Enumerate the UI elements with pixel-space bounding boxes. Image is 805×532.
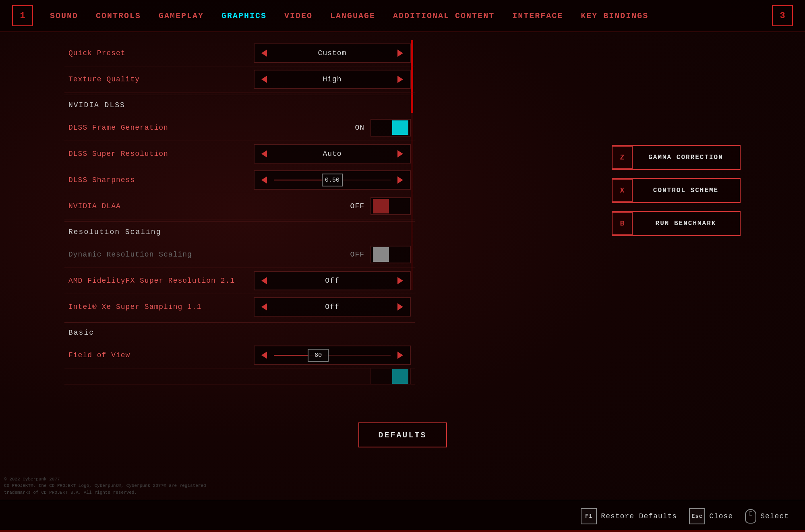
dlss-sharpness-left-arrow[interactable]: [255, 171, 274, 189]
tab-interface[interactable]: INTERFACE: [503, 11, 572, 21]
intel-xess-label: Intel® Xe Super Sampling 1.1: [68, 303, 254, 311]
tab-graphics[interactable]: GRAPHICS: [213, 11, 275, 21]
fov-slider[interactable]: 80: [254, 346, 411, 365]
resolution-scaling-title: Resolution Scaling: [68, 228, 161, 236]
bottom-red-bar: [0, 530, 805, 532]
control-scheme-button[interactable]: X CONTROL SCHEME: [612, 178, 741, 203]
left-arrow-icon: [261, 50, 267, 57]
setting-amd-fsr: AMD FidelityFX Super Resolution 2.1 Off: [64, 268, 415, 294]
toggle-thumb: [373, 247, 389, 262]
restore-defaults-label: Restore Defaults: [601, 512, 677, 520]
tab-additional-content[interactable]: ADDITIONAL CONTENT: [384, 11, 503, 21]
dlss-super-res-selector[interactable]: Auto: [254, 144, 411, 164]
mouse-button-icon: [749, 511, 752, 515]
select-label: Select: [760, 512, 789, 520]
nvidia-dlss-title: NVIDIA DLSS: [68, 101, 125, 109]
partial-toggle[interactable]: [370, 368, 411, 385]
run-benchmark-key: B: [612, 212, 633, 235]
amd-fsr-selector[interactable]: Off: [254, 271, 411, 290]
dynamic-res-toggle[interactable]: [370, 246, 411, 263]
tab-video[interactable]: VIDEO: [275, 11, 321, 21]
close-key: Esc: [689, 508, 705, 524]
dlss-super-res-right-arrow[interactable]: [391, 145, 410, 163]
texture-quality-left-arrow[interactable]: [255, 70, 274, 88]
right-arrow-icon: [397, 303, 403, 311]
toggle-thumb: [392, 120, 408, 135]
intel-xess-left-arrow[interactable]: [255, 298, 274, 316]
control-scheme-label: CONTROL SCHEME: [632, 187, 740, 194]
dlss-frame-gen-toggle-container: ON: [346, 119, 411, 137]
right-arrow-icon: [397, 176, 403, 184]
dynamic-res-label: Dynamic Resolution Scaling: [68, 250, 346, 259]
texture-quality-selector[interactable]: High: [254, 70, 411, 89]
right-arrow-icon: [397, 76, 403, 83]
defaults-button[interactable]: DEFAULTS: [358, 422, 447, 447]
nvidia-dlaa-toggle-container: OFF: [346, 197, 411, 215]
settings-panel: Quick Preset Custom Texture Quality High: [64, 40, 415, 451]
dlss-super-res-value: Auto: [274, 150, 391, 158]
quick-preset-label: Quick Preset: [68, 49, 254, 57]
quick-preset-right-arrow[interactable]: [391, 44, 410, 62]
left-arrow-icon: [261, 176, 267, 184]
bottom-bar: F1 Restore Defaults Esc Close Select: [0, 500, 805, 532]
tab-controls[interactable]: CONTROLS: [87, 11, 150, 21]
run-benchmark-label: RUN BENCHMARK: [632, 220, 740, 227]
dlss-sharpness-slider[interactable]: 0.50: [254, 170, 411, 190]
setting-dlss-super-res: DLSS Super Resolution Auto: [64, 141, 415, 167]
quick-preset-left-arrow[interactable]: [255, 44, 274, 62]
right-arrow-icon: [397, 150, 403, 157]
fov-label: Field of View: [68, 351, 254, 359]
nvidia-dlaa-label: NVIDIA DLAA: [68, 202, 346, 210]
select-action[interactable]: Select: [745, 509, 789, 524]
toggle-thumb: [392, 369, 408, 384]
right-panel: Z GAMMA CORRECTION X CONTROL SCHEME B RU…: [612, 145, 741, 236]
texture-quality-right-arrow[interactable]: [391, 70, 410, 88]
amd-fsr-right-arrow[interactable]: [391, 272, 410, 290]
left-arrow-icon: [261, 352, 267, 359]
intel-xess-selector[interactable]: Off: [254, 297, 411, 317]
tab-gameplay[interactable]: GAMEPLAY: [150, 11, 213, 21]
fov-track: 80: [274, 346, 391, 364]
nvidia-dlaa-toggle[interactable]: [370, 197, 411, 215]
intel-xess-right-arrow[interactable]: [391, 298, 410, 316]
slider-handle[interactable]: 0.50: [322, 174, 343, 186]
setting-dlss-frame-gen: DLSS Frame Generation ON: [64, 115, 415, 141]
mouse-icon: [745, 509, 756, 524]
tab-sound[interactable]: SOUND: [41, 11, 87, 21]
close-label: Close: [709, 512, 733, 520]
nvidia-dlss-section-header: NVIDIA DLSS: [64, 95, 415, 115]
dlss-super-res-label: DLSS Super Resolution: [68, 150, 254, 158]
fov-handle[interactable]: 80: [308, 349, 329, 362]
setting-dlss-sharpness: DLSS Sharpness 0.50: [64, 167, 415, 193]
left-arrow-icon: [261, 303, 267, 311]
dynamic-res-toggle-container: OFF: [346, 246, 411, 263]
amd-fsr-left-arrow[interactable]: [255, 272, 274, 290]
restore-defaults-action[interactable]: F1 Restore Defaults: [581, 508, 677, 524]
tab-language[interactable]: LANGUAGE: [321, 11, 384, 21]
setting-nvidia-dlaa: NVIDIA DLAA OFF: [64, 193, 415, 219]
setting-intel-xess: Intel® Xe Super Sampling 1.1 Off: [64, 294, 415, 320]
left-arrow-icon: [261, 76, 267, 83]
dlss-sharpness-label: DLSS Sharpness: [68, 176, 254, 184]
close-action[interactable]: Esc Close: [689, 508, 733, 524]
nav-right-num[interactable]: 3: [772, 5, 793, 26]
nav-bar: 1 SOUND CONTROLS GAMEPLAY GRAPHICS VIDEO…: [0, 0, 805, 32]
nav-left-num[interactable]: 1: [12, 5, 33, 26]
dlss-sharpness-right-arrow[interactable]: [391, 171, 410, 189]
left-arrow-icon: [261, 277, 267, 284]
dlss-super-res-left-arrow[interactable]: [255, 145, 274, 163]
fov-left-arrow[interactable]: [255, 346, 274, 364]
nvidia-dlaa-value: OFF: [346, 202, 364, 210]
right-arrow-icon: [397, 50, 403, 57]
texture-quality-value: High: [274, 75, 391, 83]
nav-tabs: SOUND CONTROLS GAMEPLAY GRAPHICS VIDEO L…: [41, 11, 772, 21]
quick-preset-selector[interactable]: Custom: [254, 43, 411, 63]
main-content: Quick Preset Custom Texture Quality High: [64, 40, 741, 500]
texture-quality-label: Texture Quality: [68, 75, 254, 83]
fov-right-arrow[interactable]: [391, 346, 410, 364]
gamma-correction-button[interactable]: Z GAMMA CORRECTION: [612, 145, 741, 170]
dlss-frame-gen-toggle[interactable]: [370, 119, 411, 137]
tab-key-bindings[interactable]: KEY BINDINGS: [572, 11, 657, 21]
run-benchmark-button[interactable]: B RUN BENCHMARK: [612, 211, 741, 236]
quick-preset-value: Custom: [274, 49, 391, 57]
